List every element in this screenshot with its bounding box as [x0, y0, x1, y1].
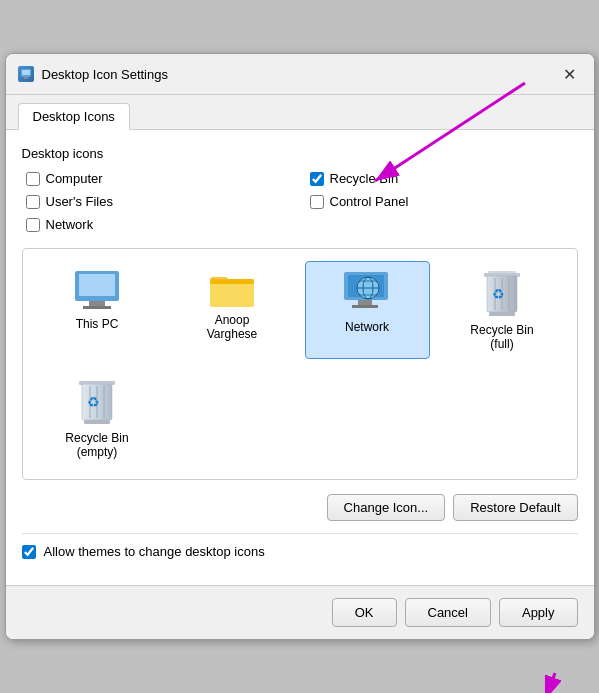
network-icon: [342, 270, 392, 316]
icon-item-thispc[interactable]: This PC: [35, 261, 160, 359]
checkbox-recycle[interactable]: Recycle Bin: [310, 171, 578, 186]
checkbox-controlpanel-label: Control Panel: [330, 194, 409, 209]
checkbox-network[interactable]: Network: [26, 217, 294, 232]
checkbox-recycle-label: Recycle Bin: [330, 171, 399, 186]
dialog-title: Desktop Icon Settings: [42, 67, 550, 82]
restore-default-button[interactable]: Restore Default: [453, 494, 577, 521]
checkbox-network-input[interactable]: [26, 218, 40, 232]
tab-bar: Desktop Icons: [6, 95, 594, 130]
checkbox-controlpanel-input[interactable]: [310, 195, 324, 209]
recycle-empty-icon: ♻: [77, 377, 117, 427]
icons-panel: This PC Anoop Varghese: [22, 248, 578, 480]
tab-desktop-icons[interactable]: Desktop Icons: [18, 103, 130, 130]
checkbox-userfiles[interactable]: User's Files: [26, 194, 294, 209]
cancel-button[interactable]: Cancel: [405, 598, 491, 627]
dialog-content: Desktop icons Computer Recycle Bin User'…: [6, 130, 594, 585]
checkbox-controlpanel[interactable]: Control Panel: [310, 194, 578, 209]
change-icon-button[interactable]: Change Icon...: [327, 494, 446, 521]
dialog-footer: OK Cancel Apply: [6, 585, 594, 639]
themes-checkbox-label[interactable]: Allow themes to change desktop icons: [44, 544, 265, 559]
icons-grid: This PC Anoop Varghese: [35, 261, 565, 467]
ok-button[interactable]: OK: [332, 598, 397, 627]
checkbox-userfiles-label: User's Files: [46, 194, 114, 209]
svg-text:♻: ♻: [87, 394, 100, 410]
checkbox-recycle-input[interactable]: [310, 172, 324, 186]
svg-rect-24: [352, 305, 378, 308]
icon-label-recycle-empty: Recycle Bin (empty): [65, 431, 128, 459]
thispc-icon: [73, 269, 121, 313]
icon-label-thispc: This PC: [76, 317, 119, 331]
svg-rect-12: [83, 306, 111, 309]
icon-label-recycle-full: Recycle Bin (full): [470, 323, 533, 351]
icon-item-recycle-empty[interactable]: ♻ Recycle Bin (empty): [35, 369, 160, 467]
icon-item-folder[interactable]: Anoop Varghese: [170, 261, 295, 359]
folder-icon: [208, 269, 256, 309]
checkbox-computer-label: Computer: [46, 171, 103, 186]
checkboxes-grid: Computer Recycle Bin User's Files Contro…: [22, 171, 578, 232]
icon-item-network[interactable]: Network: [305, 261, 430, 359]
svg-rect-33: [489, 312, 515, 316]
icon-buttons-row: Change Icon... Restore Default: [22, 494, 578, 521]
dialog-icon: [18, 66, 34, 82]
icon-label-network: Network: [345, 320, 389, 334]
recycle-full-icon: ♻: [482, 269, 522, 319]
svg-rect-10: [79, 274, 115, 296]
title-bar: Desktop Icon Settings ✕: [6, 54, 594, 95]
svg-rect-11: [89, 301, 105, 306]
close-button[interactable]: ✕: [558, 62, 582, 86]
svg-rect-15: [210, 279, 254, 284]
icon-label-folder: Anoop Varghese: [207, 313, 257, 341]
svg-rect-41: [84, 420, 110, 424]
checkbox-network-label: Network: [46, 217, 94, 232]
svg-rect-8: [24, 77, 28, 79]
checkbox-computer[interactable]: Computer: [26, 171, 294, 186]
themes-checkbox-input[interactable]: [22, 545, 36, 559]
svg-rect-7: [22, 70, 30, 75]
checkbox-userfiles-input[interactable]: [26, 195, 40, 209]
checkbox-computer-input[interactable]: [26, 172, 40, 186]
svg-text:♻: ♻: [492, 286, 505, 302]
icon-item-recycle-full[interactable]: ♻ Recycle Bin (full): [440, 261, 565, 359]
svg-line-5: [545, 673, 555, 693]
themes-row: Allow themes to change desktop icons: [22, 533, 578, 569]
apply-button[interactable]: Apply: [499, 598, 578, 627]
svg-rect-23: [358, 300, 372, 305]
section-title: Desktop icons: [22, 146, 578, 161]
